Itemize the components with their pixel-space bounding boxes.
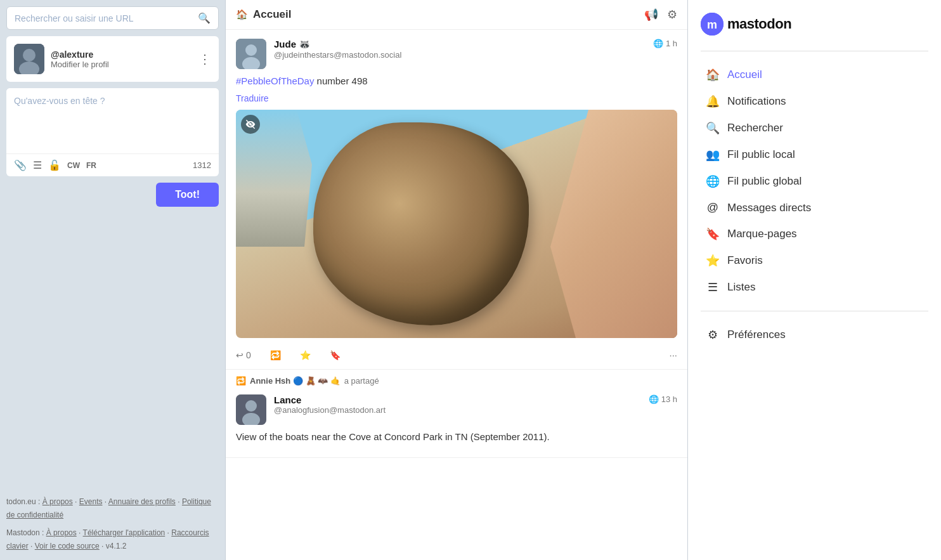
bookmark-button[interactable]: 🔖: [330, 350, 341, 360]
post-2-time: 🌐 13 h: [649, 394, 677, 404]
compose-area: 📎 ☰ 🔓 CW FR 1312: [6, 88, 219, 176]
toot-button[interactable]: Toot!: [156, 183, 219, 207]
footer-todon-line: todon.eu : À propos · Events · Annuaire …: [6, 495, 219, 523]
post-2-handle[interactable]: @analogfusion@mastodon.art: [274, 405, 649, 415]
search-input[interactable]: [15, 13, 198, 23]
translate-link[interactable]: Traduire: [236, 93, 269, 103]
nav-item-marque-pages[interactable]: 🔖Marque-pages: [701, 221, 928, 247]
mastodon-label: Mastodon :: [6, 528, 44, 537]
feed-title: Accueil: [253, 8, 639, 21]
boost-notice-icon: 🔁: [236, 376, 246, 386]
svg-point-4: [245, 44, 257, 56]
globe-icon: 🌐: [653, 39, 663, 48]
compose-toolbar: 📎 ☰ 🔓 CW FR 1312: [6, 153, 219, 176]
toot-btn-row: Toot!: [6, 183, 219, 213]
nav-item-rechercher[interactable]: 🔍Rechercher: [701, 115, 928, 141]
user-text: @alexture Modifier le profil: [51, 49, 109, 69]
post-1-image[interactable]: [236, 110, 677, 338]
nav-item-fil-public-global[interactable]: 🌐Fil public global: [701, 168, 928, 195]
footer-a-propos-link[interactable]: À propos: [42, 497, 73, 506]
nav-item-fil-public-local[interactable]: 👥Fil public local: [701, 141, 928, 168]
post-2-header: Lance @analogfusion@mastodon.art 🌐 13 h: [236, 394, 677, 425]
feed-header-icons: 📢 ⚙: [644, 8, 677, 22]
post-2-name: Lance: [274, 394, 301, 405]
booster-name[interactable]: Annie Hsh 🔵 🧸 🦇 🤙: [250, 376, 341, 386]
user-info: @alexture Modifier le profil: [14, 44, 109, 74]
post-2-avatar[interactable]: [236, 394, 266, 425]
fil-public-local-icon: 👥: [706, 148, 720, 162]
fil-public-global-icon: 🌐: [706, 174, 720, 188]
cw-button[interactable]: CW: [67, 161, 80, 170]
post-1-time: 🌐 1 h: [653, 39, 677, 48]
compose-input[interactable]: [6, 88, 219, 152]
lock-icon[interactable]: 🔓: [48, 159, 61, 171]
boost-button[interactable]: 🔁: [270, 350, 281, 360]
post-2-meta: Lance @analogfusion@mastodon.art: [274, 394, 649, 415]
boost-action-label: a partagé: [344, 376, 379, 386]
post-1-avatar[interactable]: [236, 39, 266, 69]
footer-version: v4.1.2: [106, 542, 127, 550]
left-footer: todon.eu : À propos · Events · Annuaire …: [6, 495, 219, 554]
star-icon: ⭐: [300, 350, 311, 360]
globe-icon-2: 🌐: [649, 394, 659, 404]
user-menu-button[interactable]: ⋮: [198, 51, 211, 67]
edit-profile-link[interactable]: Modifier le profil: [51, 60, 109, 69]
nav-divider-bottom: [701, 311, 928, 311]
nav-item-listes[interactable]: ☰Listes: [701, 274, 928, 301]
char-count: 1312: [193, 160, 211, 170]
messages-directs-icon: @: [706, 201, 720, 214]
footer-code-link[interactable]: Voir le code source: [35, 542, 100, 550]
mastodon-logo: m mastodon: [701, 13, 928, 36]
accueil-label: Accueil: [727, 68, 762, 81]
hand-visual: [550, 110, 677, 338]
post-1-handle[interactable]: @judeinthestars@mastodon.social: [274, 50, 653, 60]
favorite-button[interactable]: ⭐: [300, 350, 311, 360]
reply-count: 0: [246, 350, 251, 360]
nav-item-accueil[interactable]: 🏠Accueil: [701, 62, 928, 88]
announce-icon[interactable]: 📢: [644, 8, 658, 22]
footer-a-propos2-link[interactable]: À propos: [46, 528, 77, 537]
nav-item-notifications[interactable]: 🔔Notifications: [701, 88, 928, 115]
more-actions-button[interactable]: ···: [669, 349, 677, 360]
avatar-image: [14, 44, 44, 74]
format-icon[interactable]: ☰: [33, 159, 42, 171]
boost-notice: 🔁 Annie Hsh 🔵 🧸 🦇 🤙 a partagé: [226, 370, 687, 386]
post-1: Jude 🦝 @judeinthestars@mastodon.social 🌐…: [226, 30, 687, 370]
search-bar: 🔍: [6, 6, 219, 30]
footer-events-link[interactable]: Events: [79, 497, 103, 506]
post-1-name: Jude 🦝: [274, 39, 311, 50]
filter-icon[interactable]: ⚙: [667, 8, 677, 22]
nav-item-favoris[interactable]: ⭐Favoris: [701, 247, 928, 274]
home-icon: 🏠: [236, 9, 248, 20]
search-icon: 🔍: [198, 12, 211, 24]
listes-label: Listes: [727, 281, 755, 294]
favoris-icon: ⭐: [706, 254, 720, 268]
listes-icon: ☰: [706, 280, 720, 294]
favoris-label: Favoris: [727, 254, 763, 267]
main-feed: 🏠 Accueil 📢 ⚙ Jude 🦝: [225, 0, 688, 560]
right-sidebar: m mastodon 🏠Accueil🔔Notifications🔍Recher…: [688, 0, 941, 560]
footer-telecharger-link[interactable]: Télécharger l'application: [83, 528, 165, 537]
image-overlay-icon[interactable]: [241, 115, 260, 134]
boost-icon: 🔁: [270, 350, 281, 360]
nav-item-messages-directs[interactable]: @Messages directs: [701, 195, 928, 221]
post-1-hashtag[interactable]: #PebbleOfTheDay: [236, 75, 314, 86]
post-2-name-row: Lance: [274, 394, 649, 405]
preferences-label: Préférences: [727, 329, 786, 341]
notifications-label: Notifications: [727, 95, 786, 108]
lang-button[interactable]: FR: [86, 161, 96, 170]
logo-text: mastodon: [727, 16, 791, 32]
post-1-avatar-img: [236, 39, 266, 69]
post-1-time-value: 1 h: [666, 39, 677, 48]
footer-annuaire-link[interactable]: Annuaire des profils: [108, 497, 176, 506]
todon-label: todon.eu :: [6, 497, 40, 506]
post-1-meta: Jude 🦝 @judeinthestars@mastodon.social: [274, 39, 653, 60]
fil-public-global-label: Fil public global: [727, 175, 801, 188]
marque-pages-label: Marque-pages: [727, 228, 797, 240]
post-1-name-row: Jude 🦝: [274, 39, 653, 50]
nav-item-preferences[interactable]: ⚙ Préférences: [701, 322, 928, 348]
attach-icon[interactable]: 📎: [14, 159, 27, 171]
avatar[interactable]: [14, 44, 44, 74]
footer-mastodon-line: Mastodon : À propos · Télécharger l'appl…: [6, 526, 219, 554]
reply-button[interactable]: ↩ 0: [236, 350, 251, 360]
